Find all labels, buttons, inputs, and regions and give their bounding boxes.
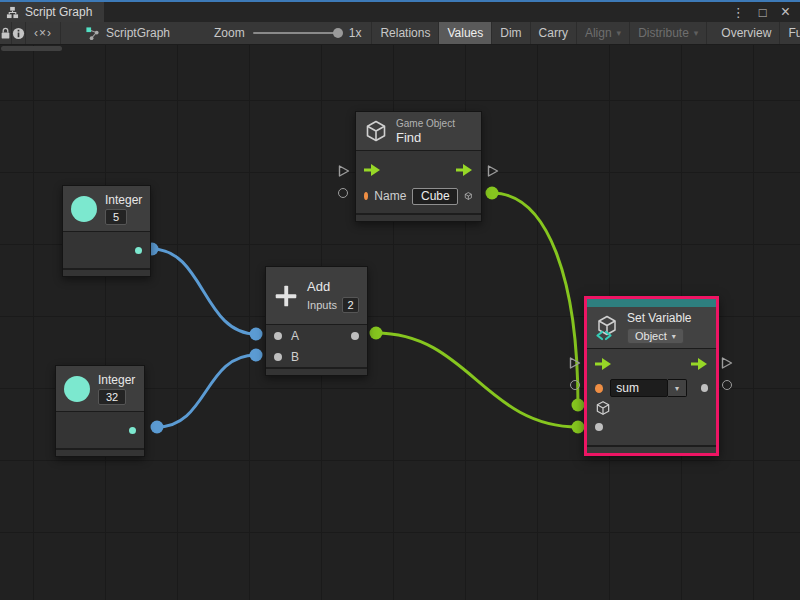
- zoom-slider[interactable]: [253, 32, 341, 34]
- exec-output-arrow-icon[interactable]: [691, 358, 708, 370]
- close-icon[interactable]: ×: [781, 4, 790, 20]
- integer5-header[interactable]: Integer: [63, 186, 150, 232]
- add-input-a-port[interactable]: [274, 332, 282, 340]
- find-category: Game Object: [396, 118, 455, 129]
- object-input-port-cube-icon[interactable]: [595, 400, 611, 416]
- script-graph-icon: [85, 26, 100, 41]
- setvariable-value-row: [587, 417, 716, 437]
- node-gameobject-find[interactable]: Game Object Find Name: [355, 111, 482, 222]
- values-label: Values: [447, 26, 483, 40]
- integer5-output-port[interactable]: [135, 247, 142, 254]
- tab-script-graph[interactable]: Script Graph: [0, 2, 104, 22]
- scope-dropdown-arrow-icon: ▾: [672, 332, 676, 341]
- node-integer-5[interactable]: Integer: [62, 185, 151, 277]
- graph-breadcrumb[interactable]: ScriptGraph: [75, 22, 180, 44]
- find-footer: [356, 213, 481, 221]
- setvariable-name-field[interactable]: [610, 379, 668, 397]
- setvariable-name-input-port[interactable]: [595, 384, 603, 393]
- tab-title: Script Graph: [25, 5, 92, 19]
- add-input-b-port[interactable]: [274, 353, 282, 361]
- add-body: A B: [266, 325, 367, 367]
- wire-integer32-to-addB: [157, 355, 256, 427]
- setvariable-exec-out-external-port[interactable]: [721, 357, 733, 369]
- add-header[interactable]: Add Inputs: [266, 267, 367, 325]
- find-name-input-port[interactable]: [364, 192, 368, 200]
- setvariable-exec-in-external-port[interactable]: [569, 357, 581, 369]
- carry-button[interactable]: Carry: [531, 22, 577, 44]
- integer32-header[interactable]: Integer: [56, 366, 144, 412]
- find-result-port-cube-icon[interactable]: [464, 188, 473, 204]
- setvariable-header[interactable]: Set Variable Object ▾: [587, 307, 716, 349]
- add-inputs-label: Inputs: [307, 299, 337, 311]
- find-exec-out-external-port[interactable]: [487, 165, 499, 177]
- exec-output-arrow-icon[interactable]: [456, 164, 473, 176]
- integer5-body: [63, 232, 150, 268]
- relations-button[interactable]: Relations: [371, 22, 439, 44]
- exec-input-arrow-icon[interactable]: [364, 164, 381, 176]
- find-name-row: Name: [356, 183, 481, 209]
- node-add[interactable]: Add Inputs A B: [265, 266, 368, 376]
- graph-name: ScriptGraph: [106, 26, 170, 40]
- dim-label: Dim: [500, 26, 521, 40]
- maximize-icon[interactable]: □: [759, 6, 767, 19]
- find-name-field[interactable]: [412, 188, 458, 205]
- setvariable-scope-dropdown[interactable]: Object ▾: [627, 328, 684, 344]
- horizontal-scrollbar-thumb[interactable]: [1, 46, 62, 51]
- find-name-label: Name: [374, 189, 406, 203]
- find-title: Find: [396, 130, 421, 145]
- integer32-value-field[interactable]: [98, 389, 126, 405]
- distribute-label: Distribute: [638, 26, 689, 40]
- find-name-external-port[interactable]: [338, 188, 348, 198]
- add-input-b-label: B: [291, 350, 299, 364]
- add-output-port[interactable]: [351, 332, 359, 340]
- plus-icon: [274, 282, 298, 310]
- carry-label: Carry: [539, 26, 568, 40]
- zoom-slider-thumb[interactable]: [333, 28, 343, 38]
- distribute-dropdown-icon: ▾: [694, 28, 699, 38]
- setvariable-body-padding: [587, 437, 716, 445]
- find-body: Name: [356, 151, 481, 213]
- add-footer: [266, 367, 367, 375]
- graph-canvas[interactable]: Integer Integer: [0, 45, 800, 600]
- align-dropdown-icon: ▾: [617, 28, 622, 38]
- dim-button[interactable]: Dim: [492, 22, 530, 44]
- add-input-a-label: A: [291, 329, 299, 343]
- code-view-button[interactable]: ‹×›: [26, 22, 61, 44]
- lock-button[interactable]: [0, 22, 12, 44]
- setvariable-name-external-port[interactable]: [570, 380, 580, 390]
- exec-input-arrow-icon[interactable]: [595, 358, 612, 370]
- wire-find-to-setvariable: [492, 193, 578, 405]
- fullscreen-button[interactable]: Full Screen: [780, 22, 800, 44]
- set-variable-icon: [594, 315, 620, 341]
- setvariable-scope-label: Object: [635, 330, 667, 342]
- setvariable-kind-strip: [587, 299, 716, 307]
- node-set-variable[interactable]: Set Variable Object ▾: [584, 296, 719, 456]
- overview-button[interactable]: Overview: [713, 22, 780, 44]
- integer32-footer: [56, 448, 144, 456]
- find-exec-in-external-port[interactable]: [338, 165, 350, 177]
- integer5-footer: [63, 268, 150, 276]
- setvariable-output-port[interactable]: [701, 384, 708, 392]
- window-menu-icon[interactable]: ⋮: [732, 6, 745, 19]
- setvariable-value-input-port[interactable]: [595, 423, 603, 431]
- fullscreen-label: Full Screen: [788, 26, 800, 40]
- find-exec-row: [356, 157, 481, 183]
- info-button[interactable]: [12, 22, 26, 44]
- tab-bar: Script Graph ⋮ □ ×: [0, 2, 800, 22]
- integer32-output-port[interactable]: [129, 427, 136, 434]
- integer5-value-field[interactable]: [105, 209, 127, 225]
- graph-toolbar: ‹×› ScriptGraph Zoom 1x Relations Values: [0, 22, 800, 45]
- node-integer-32[interactable]: Integer: [55, 365, 145, 457]
- values-button[interactable]: Values: [439, 22, 492, 44]
- info-icon: [12, 27, 25, 40]
- add-inputs-count-field[interactable]: [342, 297, 359, 313]
- relations-label: Relations: [380, 26, 430, 40]
- integer32-body: [56, 412, 144, 448]
- setvariable-output-external-port[interactable]: [722, 380, 732, 390]
- overview-label: Overview: [721, 26, 771, 40]
- variable-name-dropdown-button[interactable]: ▾: [668, 379, 686, 397]
- align-button: Align ▾: [577, 22, 630, 44]
- find-header[interactable]: Game Object Find: [356, 112, 481, 151]
- graph-hierarchy-icon: [6, 6, 19, 19]
- zoom-control: Zoom 1x: [204, 22, 371, 44]
